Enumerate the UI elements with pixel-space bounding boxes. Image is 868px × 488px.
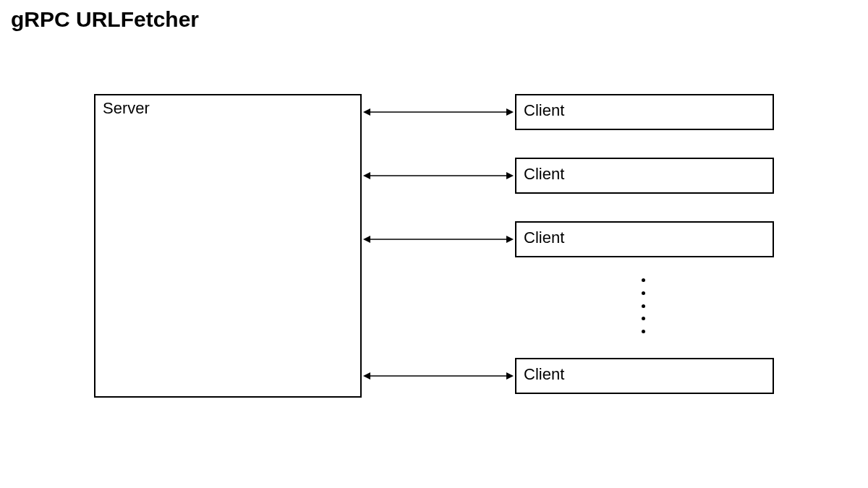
svg-marker-8	[506, 236, 514, 243]
client-box-0: Client	[515, 94, 774, 130]
client-box-1: Client	[515, 158, 774, 194]
connector-3	[363, 370, 514, 382]
server-box: Server	[94, 94, 362, 398]
client-label-1: Client	[524, 165, 564, 184]
svg-marker-7	[363, 236, 370, 243]
connector-1	[363, 170, 514, 181]
connector-2	[363, 234, 514, 245]
svg-marker-5	[506, 172, 514, 179]
svg-marker-11	[506, 372, 514, 380]
connector-0	[363, 106, 514, 118]
client-label-2: Client	[524, 228, 564, 247]
slide-title: gRPC URLFetcher	[11, 7, 199, 32]
client-box-3: Client	[515, 358, 774, 394]
client-box-2: Client	[515, 221, 774, 257]
vertical-ellipsis-icon	[640, 278, 646, 333]
client-label-0: Client	[524, 101, 564, 120]
svg-marker-1	[363, 108, 370, 116]
svg-marker-2	[506, 108, 514, 116]
svg-marker-10	[363, 372, 370, 380]
server-label: Server	[103, 99, 150, 118]
svg-marker-4	[363, 172, 370, 179]
client-label-3: Client	[524, 365, 564, 384]
